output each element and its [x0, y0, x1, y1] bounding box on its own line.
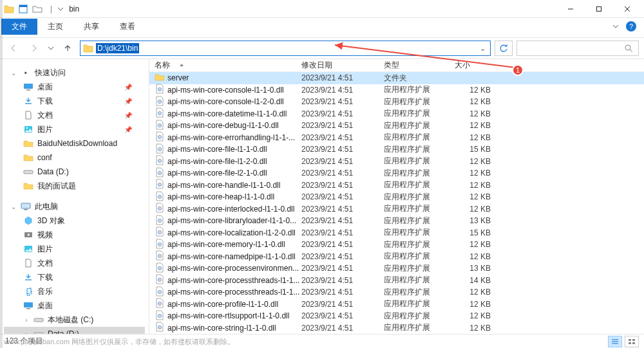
folder-icon: [155, 72, 165, 84]
table-row[interactable]: api-ms-win-core-string-l1-1-0.dll2023/9/…: [149, 322, 644, 334]
file-type: 应用程序扩展: [384, 144, 455, 155]
tab-file[interactable]: 文件: [1, 19, 37, 35]
help-icon[interactable]: ?: [626, 21, 636, 32]
file-name-cell: api-ms-win-core-debug-l1-1-0.dll: [155, 120, 301, 132]
table-row[interactable]: api-ms-win-core-memory-l1-1-0.dll2023/9/…: [149, 239, 644, 251]
file-size: 12 KB: [455, 86, 495, 95]
sidebar-item-label: 3D 对象: [37, 215, 65, 226]
file-name-cell: api-ms-win-core-processthreads-l1-1...: [155, 274, 301, 286]
forward-button[interactable]: [26, 40, 43, 57]
table-row[interactable]: api-ms-win-core-localization-l1-2-0.dll2…: [149, 227, 644, 239]
column-date[interactable]: 修改日期: [301, 60, 384, 71]
sidebar-item-pictures2[interactable]: 图片: [4, 242, 145, 256]
table-row[interactable]: server2023/9/21 4:51文件夹: [149, 72, 644, 84]
file-size: 12 KB: [455, 324, 495, 333]
maximize-button[interactable]: [585, 0, 613, 18]
qat-dropdown-icon[interactable]: [57, 6, 64, 12]
table-row[interactable]: api-ms-win-core-datetime-l1-1-0.dll2023/…: [149, 108, 644, 120]
file-date: 2023/9/21 4:51: [301, 288, 384, 297]
sidebar-item-downloads[interactable]: 下载📌: [4, 94, 145, 108]
svg-rect-13: [21, 203, 30, 208]
file-name: api-ms-win-core-file-l2-1-0.dll: [167, 169, 267, 178]
minimize-button[interactable]: [556, 0, 585, 18]
sidebar-item-desktop2[interactable]: 桌面: [4, 298, 145, 313]
tab-share[interactable]: 共享: [73, 19, 109, 35]
file-name: api-ms-win-core-file-l1-2-0.dll: [167, 157, 267, 166]
dll-icon: [155, 226, 165, 239]
table-row[interactable]: api-ms-win-core-heap-l1-1-0.dll2023/9/21…: [149, 191, 644, 203]
column-headers: 名称 修改日期 类型 大小: [149, 59, 644, 72]
table-row[interactable]: api-ms-win-core-handle-l1-1-0.dll2023/9/…: [149, 179, 644, 192]
sidebar-item-data-d2[interactable]: ›Data (D:): [4, 327, 145, 334]
file-size: 12 KB: [455, 240, 495, 249]
file-name-cell: server: [155, 72, 301, 84]
sidebar-item-label: 桌面: [37, 300, 53, 311]
column-size[interactable]: 大小: [455, 60, 495, 71]
close-button[interactable]: [613, 0, 641, 18]
icons-view-button[interactable]: [625, 336, 639, 347]
sidebar-item-data-d[interactable]: Data (D:): [4, 165, 145, 179]
sidebar-item-pictures[interactable]: 图片📌: [4, 122, 145, 136]
window-title: bin: [69, 5, 79, 14]
svg-point-46: [159, 232, 160, 233]
up-button[interactable]: [59, 40, 76, 57]
sidebar-item-3d[interactable]: 3D 对象: [4, 214, 145, 228]
svg-rect-9: [26, 89, 30, 91]
new-folder-icon[interactable]: [32, 4, 43, 14]
picture-icon: [23, 244, 33, 254]
sidebar-item-conf[interactable]: conf: [4, 151, 145, 165]
svg-rect-67: [632, 339, 635, 341]
tab-home[interactable]: 主页: [37, 19, 73, 35]
back-button[interactable]: [5, 40, 22, 57]
svg-point-54: [159, 279, 160, 280]
sidebar-item-downloads2[interactable]: 下载: [4, 270, 145, 284]
file-name-cell: api-ms-win-core-file-l1-2-0.dll: [155, 155, 301, 167]
sidebar-item-interview[interactable]: 我的面试题: [4, 179, 145, 193]
history-dropdown[interactable]: [46, 40, 55, 57]
table-row[interactable]: api-ms-win-core-rtlsupport-l1-1-0.dll202…: [149, 310, 644, 322]
dll-icon: [155, 298, 165, 310]
table-row[interactable]: api-ms-win-core-processenvironmen...2023…: [149, 262, 644, 275]
table-row[interactable]: api-ms-win-core-processthreads-l1-1...20…: [149, 286, 644, 298]
table-row[interactable]: api-ms-win-core-console-l1-2-0.dll2023/9…: [149, 96, 644, 108]
file-size: 14 KB: [455, 276, 495, 285]
sidebar-item-desktop[interactable]: 桌面📌: [4, 80, 145, 94]
sidebar-item-baidu[interactable]: BaiduNetdiskDownload: [4, 136, 145, 151]
column-type[interactable]: 类型: [384, 60, 455, 71]
sidebar-item-documents[interactable]: 文档📌: [4, 108, 145, 122]
sidebar-item-videos[interactable]: 视频: [4, 228, 145, 242]
table-row[interactable]: api-ms-win-core-interlocked-l1-1-0.dll20…: [149, 203, 644, 215]
properties-icon[interactable]: [18, 4, 28, 14]
table-row[interactable]: api-ms-win-core-file-l1-2-0.dll2023/9/21…: [149, 156, 644, 168]
refresh-button[interactable]: [495, 41, 513, 56]
table-row[interactable]: api-ms-win-core-profile-l1-1-0.dll2023/9…: [149, 298, 644, 311]
sidebar-item-music[interactable]: 音乐: [4, 284, 145, 298]
tab-view[interactable]: 查看: [109, 19, 146, 35]
table-row[interactable]: api-ms-win-core-console-l1-1-0.dll2023/9…: [149, 84, 644, 96]
address-dropdown-icon[interactable]: ⌄: [475, 44, 490, 53]
address-bar[interactable]: D:\jdk21\bin ⌄: [80, 41, 491, 56]
table-row[interactable]: api-ms-win-core-debug-l1-1-0.dll2023/9/2…: [149, 120, 644, 132]
table-row[interactable]: api-ms-win-core-namedpipe-l1-1-0.dll2023…: [149, 251, 644, 263]
sidebar-item-label: 此电脑: [35, 201, 58, 212]
table-row[interactable]: api-ms-win-core-file-l1-1-0.dll2023/9/21…: [149, 143, 644, 156]
sidebar-item-local-c[interactable]: ›本地磁盘 (C:): [4, 313, 145, 327]
column-name[interactable]: 名称: [155, 60, 301, 71]
table-row[interactable]: api-ms-win-core-processthreads-l1-1...20…: [149, 275, 644, 287]
search-box[interactable]: [516, 41, 639, 56]
expand-ribbon-icon[interactable]: [612, 23, 620, 30]
file-type: 应用程序扩展: [384, 275, 455, 286]
sidebar-item-documents2[interactable]: 文档: [4, 256, 145, 270]
table-row[interactable]: api-ms-win-core-file-l2-1-0.dll2023/9/21…: [149, 167, 644, 179]
table-row[interactable]: api-ms-win-core-errorhandling-l1-1-...20…: [149, 132, 644, 144]
address-path[interactable]: D:\jdk21\bin: [96, 43, 139, 53]
file-type: 应用程序扩展: [384, 251, 455, 262]
sidebar-quick-access[interactable]: ⌄⋆快速访问: [4, 66, 145, 80]
sidebar-this-pc[interactable]: ⌄此电脑: [4, 199, 145, 214]
dll-icon: [155, 262, 165, 275]
table-row[interactable]: api-ms-win-core-libraryloader-l1-1-0...2…: [149, 215, 644, 227]
file-name-cell: api-ms-win-core-file-l1-1-0.dll: [155, 143, 301, 156]
svg-rect-19: [34, 318, 43, 322]
file-name: api-ms-win-core-file-l1-1-0.dll: [167, 145, 267, 154]
details-view-button[interactable]: [608, 336, 622, 347]
